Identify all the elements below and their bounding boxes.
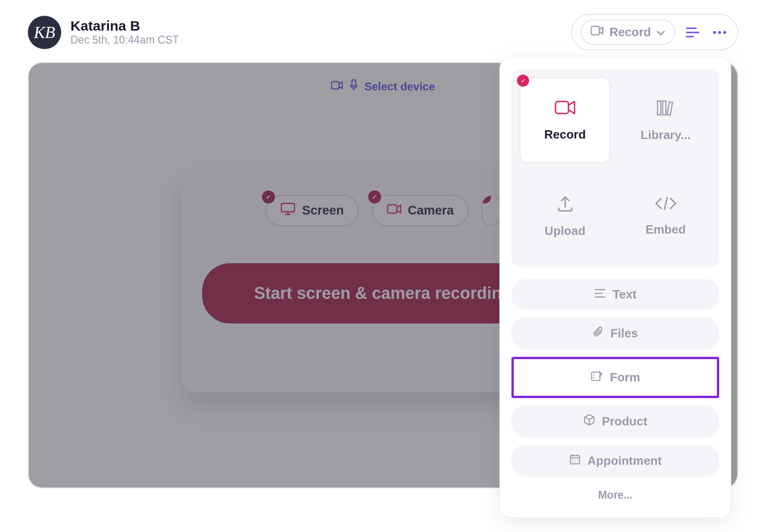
user-name: Katarina B (70, 18, 179, 34)
svg-rect-20 (592, 372, 600, 380)
record-dropdown-label: Record (609, 25, 651, 39)
more-icon-button[interactable] (710, 23, 729, 42)
svg-point-30 (572, 462, 573, 462)
avatar[interactable]: KB (28, 16, 61, 49)
text-button-label: Text (613, 287, 637, 302)
list-icon-button[interactable] (683, 23, 702, 42)
svg-point-28 (574, 460, 575, 461)
text-icon (594, 287, 606, 302)
svg-point-4 (713, 31, 716, 34)
svg-rect-13 (555, 101, 568, 114)
form-button-label: Form (610, 370, 640, 385)
text-button[interactable]: Text (511, 279, 719, 310)
list-icon (686, 27, 700, 38)
svg-point-6 (723, 31, 726, 34)
avatar-initials: KB (34, 23, 55, 42)
library-option[interactable]: Library... (620, 77, 711, 163)
svg-point-22 (593, 377, 594, 379)
library-option-label: Library... (641, 128, 691, 142)
box-icon (583, 414, 595, 429)
appointment-button[interactable]: Appointment (511, 445, 719, 477)
embed-option-label: Embed (645, 222, 686, 237)
record-dropdown-button[interactable]: Record (581, 19, 675, 45)
upload-option[interactable]: Upload (520, 173, 610, 259)
header: KB Katarina B Dec 5th, 10:44am CST Recor… (28, 14, 738, 51)
library-icon (656, 98, 676, 119)
more-icon (713, 31, 727, 34)
product-button-label: Product (602, 414, 647, 429)
header-controls: Record (571, 14, 738, 51)
svg-point-27 (572, 460, 573, 461)
more-link[interactable]: More... (511, 484, 719, 506)
svg-point-5 (718, 31, 721, 34)
product-button[interactable]: Product (511, 405, 719, 437)
svg-rect-15 (663, 101, 666, 115)
chevron-down-icon (657, 25, 665, 39)
upload-option-label: Upload (544, 224, 585, 238)
calendar-icon (569, 453, 581, 469)
form-highlight: Form (511, 357, 719, 398)
svg-point-29 (577, 460, 578, 461)
check-icon: ✓ (517, 75, 529, 87)
svg-point-31 (574, 462, 575, 462)
camera-icon (554, 99, 576, 118)
record-option-label: Record (544, 127, 586, 142)
embed-icon (654, 196, 677, 213)
upload-icon (556, 194, 574, 215)
embed-option[interactable]: Embed (620, 173, 711, 259)
svg-point-21 (593, 374, 594, 376)
form-icon (591, 370, 604, 385)
camera-icon (591, 25, 604, 39)
add-content-popup: ✓ Record Library... Upload Embed (499, 57, 731, 518)
svg-rect-0 (591, 26, 600, 35)
svg-rect-16 (667, 102, 672, 115)
user-text: Katarina B Dec 5th, 10:44am CST (70, 18, 179, 46)
media-grid: ✓ Record Library... Upload Embed (511, 69, 719, 267)
record-option[interactable]: ✓ Record (520, 77, 610, 163)
paperclip-icon (593, 326, 604, 341)
svg-rect-14 (657, 101, 661, 115)
files-button-label: Files (610, 326, 638, 341)
files-button[interactable]: Files (511, 317, 719, 349)
form-button[interactable]: Form (515, 362, 716, 393)
appointment-button-label: Appointment (587, 454, 662, 468)
user-info: KB Katarina B Dec 5th, 10:44am CST (28, 16, 179, 49)
timestamp: Dec 5th, 10:44am CST (70, 34, 179, 46)
